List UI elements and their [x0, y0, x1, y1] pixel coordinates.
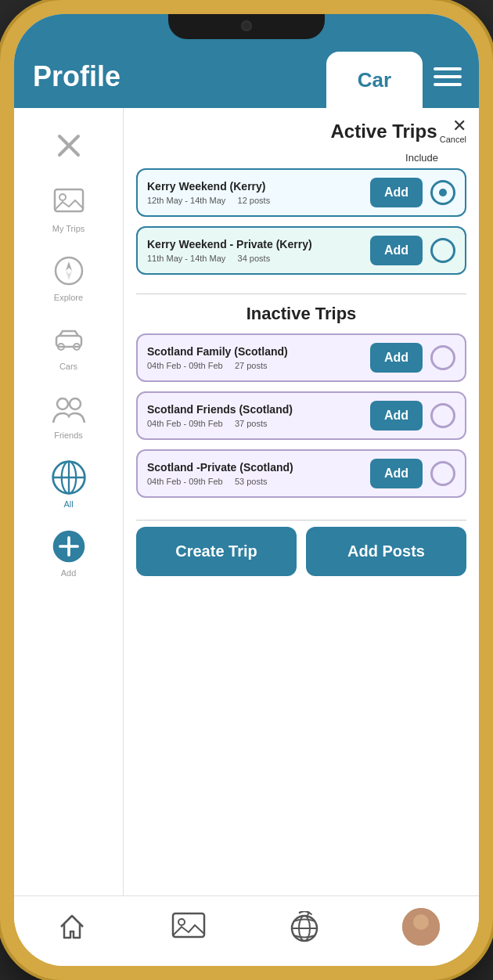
- svg-rect-7: [56, 336, 81, 347]
- compass-icon: [50, 252, 88, 290]
- trip-posts-2: 34 posts: [238, 254, 271, 263]
- nav-home[interactable]: [47, 902, 97, 952]
- trip-name-5: Scotland -Private (Scotland): [147, 461, 362, 474]
- sidebar-item-explore[interactable]: Explore: [14, 246, 123, 308]
- svg-rect-19: [173, 913, 204, 937]
- car-icon: [50, 321, 88, 358]
- bottom-buttons: Create Trip Add Posts: [136, 520, 466, 576]
- inactive-trip-3: Scotland -Private (Scotland) 04th Feb - …: [136, 449, 466, 498]
- nav-gallery[interactable]: [164, 902, 214, 952]
- trip-meta-3: 04th Feb - 09th Feb 27 posts: [147, 361, 362, 370]
- trip-info-1: Kerry Weekend (Kerry) 12th May - 14th Ma…: [147, 180, 362, 205]
- image-icon: [50, 183, 88, 221]
- active-trip-2: Kerry Weekend - Private (Kerry) 11th May…: [136, 226, 466, 275]
- radio-active-1[interactable]: [430, 180, 455, 205]
- sidebar-item-label: All: [63, 499, 73, 509]
- section-divider: [136, 294, 466, 294]
- plus-icon: [50, 528, 88, 565]
- sidebar-item-friends[interactable]: Friends: [14, 384, 123, 446]
- inactive-trip-1: Scotland Family (Scotland) 04th Feb - 09…: [136, 333, 466, 382]
- trip-posts-3: 27 posts: [235, 361, 268, 370]
- add-button-inactive-1[interactable]: Add: [370, 343, 423, 373]
- trip-info-3: Scotland Family (Scotland) 04th Feb - 09…: [147, 345, 362, 370]
- inactive-trip-2: Scotland Friends (Scotland) 04th Feb - 0…: [136, 391, 466, 440]
- hamburger-icon: [434, 67, 462, 70]
- svg-point-11: [70, 398, 81, 409]
- svg-marker-5: [66, 261, 72, 271]
- header: Profile Car: [14, 45, 479, 108]
- active-trip-1: Kerry Weekend (Kerry) 12th May - 14th Ma…: [136, 168, 466, 217]
- trip-dates-3: 04th Feb - 09th Feb: [147, 361, 223, 370]
- trip-info-2: Kerry Weekend - Private (Kerry) 11th May…: [147, 238, 362, 263]
- friends-icon: [50, 390, 88, 427]
- sidebar-item-all[interactable]: All: [14, 452, 123, 515]
- network-icon: [50, 459, 88, 496]
- avatar-icon: [402, 908, 440, 946]
- add-button-inactive-3[interactable]: Add: [370, 459, 423, 488]
- notch: [168, 14, 325, 39]
- trip-dates-4: 04th Feb - 09th Feb: [147, 419, 223, 428]
- content-area: My Trips Explore: [14, 108, 479, 895]
- trip-meta-2: 11th May - 14th May 34 posts: [147, 254, 362, 263]
- bottom-nav: [14, 895, 479, 966]
- create-trip-button[interactable]: Create Trip: [136, 527, 297, 576]
- cancel-label: Cancel: [440, 135, 466, 144]
- sidebar-item-label: Friends: [54, 431, 83, 440]
- sidebar-item-my-trips[interactable]: My Trips: [14, 177, 123, 240]
- gallery-icon: [170, 908, 207, 946]
- phone-frame: No Journey Profile Car: [0, 0, 493, 980]
- menu-button[interactable]: [423, 45, 479, 108]
- trip-dates-5: 04th Feb - 09th Feb: [147, 477, 223, 486]
- svg-point-3: [59, 194, 66, 200]
- hamburger-icon: [434, 83, 462, 86]
- radio-inner: [439, 189, 447, 196]
- cancel-button[interactable]: ✕ Cancel: [440, 117, 466, 144]
- sidebar-item-add[interactable]: Add: [14, 521, 123, 584]
- car-label: Car: [358, 68, 391, 92]
- car-tab[interactable]: Car: [326, 52, 423, 108]
- trip-meta-4: 04th Feb - 09th Feb 37 posts: [147, 419, 362, 428]
- cancel-x-icon: ✕: [452, 117, 466, 135]
- sidebar-item-label: Explore: [54, 293, 83, 302]
- profile-tab[interactable]: Profile: [14, 45, 326, 108]
- trip-dates-1: 12th May - 14th May: [147, 196, 225, 205]
- sidebar-item-cars[interactable]: Cars: [14, 315, 123, 377]
- trip-dates-2: 11th May - 14th May: [147, 254, 225, 263]
- modal-header: Active Trips ✕ Cancel: [136, 121, 466, 142]
- add-button-inactive-2[interactable]: Add: [370, 401, 423, 431]
- home-icon: [53, 908, 91, 946]
- add-posts-button[interactable]: Add Posts: [306, 527, 466, 576]
- trip-name-3: Scotland Family (Scotland): [147, 345, 362, 358]
- trip-posts-4: 37 posts: [235, 419, 268, 428]
- nav-trips[interactable]: [279, 902, 329, 952]
- trip-name-1: Kerry Weekend (Kerry): [147, 180, 362, 193]
- radio-inactive-1[interactable]: [430, 345, 455, 370]
- main-panel: Active Trips ✕ Cancel Include Kerry Week…: [124, 108, 479, 895]
- svg-marker-6: [66, 271, 72, 280]
- sidebar-item-label: My Trips: [52, 224, 85, 233]
- include-label: Include: [136, 152, 466, 164]
- add-button-active-1[interactable]: Add: [370, 178, 423, 207]
- add-button-active-2[interactable]: Add: [370, 236, 423, 265]
- trip-name-2: Kerry Weekend - Private (Kerry): [147, 238, 362, 250]
- trip-meta-5: 04th Feb - 09th Feb 53 posts: [147, 477, 362, 486]
- radio-active-2[interactable]: [430, 238, 455, 263]
- trip-info-4: Scotland Friends (Scotland) 04th Feb - 0…: [147, 403, 362, 428]
- svg-point-10: [57, 398, 68, 409]
- nav-profile[interactable]: [396, 902, 446, 952]
- camera: [241, 20, 252, 31]
- inactive-trips-title: Inactive Trips: [136, 304, 466, 324]
- sidebar-item-label: Cars: [59, 362, 77, 371]
- profile-label: Profile: [33, 60, 121, 93]
- trip-posts-1: 12 posts: [238, 196, 271, 205]
- trips-icon: [286, 908, 323, 946]
- sidebar-item-close[interactable]: [14, 121, 123, 171]
- trip-posts-5: 53 posts: [235, 477, 268, 486]
- close-icon: [50, 127, 88, 164]
- radio-inactive-2[interactable]: [430, 403, 455, 428]
- sidebar-item-label: Add: [61, 568, 77, 578]
- trip-meta-1: 12th May - 14th May 12 posts: [147, 196, 362, 205]
- hamburger-icon: [434, 75, 462, 78]
- radio-inactive-3[interactable]: [430, 461, 455, 486]
- phone-screen: No Journey Profile Car: [14, 14, 479, 966]
